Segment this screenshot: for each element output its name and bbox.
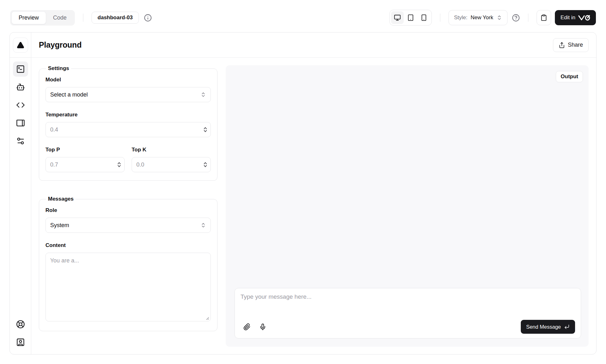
- sidebar-logo-cell: [10, 32, 31, 58]
- settings-legend: Settings: [46, 65, 71, 72]
- settings-sliders-icon: [16, 137, 25, 145]
- temperature-input[interactable]: [45, 122, 211, 137]
- sidebar-item-models[interactable]: [13, 79, 28, 95]
- page-header: Playground Share: [31, 32, 596, 58]
- sidebar-item-playground[interactable]: [13, 62, 28, 77]
- help-circle-icon: [512, 14, 520, 22]
- share-button[interactable]: Share: [553, 38, 589, 52]
- top-k-field: Top K: [132, 147, 211, 172]
- monitor-icon: [394, 14, 401, 21]
- sidebar-bottom-nav: [13, 317, 28, 354]
- messages-fieldset: Messages Role System Content: [39, 196, 217, 331]
- style-select-label: Style:: [454, 15, 467, 21]
- page-content: Settings Model Select a model Temperatur…: [31, 58, 596, 354]
- bot-icon: [16, 83, 25, 91]
- main-area: Playground Share Settings Model Select a…: [31, 32, 596, 354]
- tab-preview[interactable]: Preview: [11, 11, 46, 24]
- tablet-icon: [407, 14, 414, 21]
- square-terminal-icon: [16, 65, 25, 73]
- send-message-button[interactable]: Send Message: [521, 320, 575, 334]
- code-icon: [16, 101, 25, 109]
- sidebar-nav: [13, 58, 28, 317]
- sidebar-item-api[interactable]: [13, 97, 28, 113]
- device-toggle-group: [389, 10, 432, 26]
- sidebar-item-account[interactable]: [13, 335, 28, 350]
- temperature-input-wrap: [45, 122, 211, 137]
- toolbar-separator: [528, 14, 528, 22]
- message-input[interactable]: [241, 293, 575, 318]
- sidebar-item-settings[interactable]: [13, 133, 28, 149]
- settings-fieldset: Settings Model Select a model Temperatur…: [39, 65, 217, 181]
- clipboard-icon: [540, 14, 547, 21]
- preview-code-tab-group: Preview Code: [10, 10, 75, 26]
- chevrons-up-down-icon: [200, 222, 206, 228]
- smartphone-icon: [420, 14, 427, 21]
- top-p-field: Top P: [45, 147, 125, 172]
- edit-in-v0-button[interactable]: Edit in: [555, 10, 596, 25]
- corner-down-left-icon: [564, 324, 570, 330]
- edit-in-v0-label: Edit in: [561, 15, 575, 21]
- device-desktop-button[interactable]: [391, 11, 404, 24]
- device-tablet-button[interactable]: [404, 11, 417, 24]
- resize-grip-icon[interactable]: [205, 316, 209, 320]
- role-select-value: System: [50, 222, 69, 229]
- toolbar-separator: [83, 14, 83, 22]
- content-label: Content: [45, 242, 211, 249]
- device-mobile-button[interactable]: [418, 11, 430, 24]
- sidebar-rail: [10, 32, 31, 354]
- content-textarea-wrap: [45, 253, 211, 323]
- copy-code-button[interactable]: [537, 10, 551, 25]
- top-k-label: Top K: [132, 147, 211, 153]
- info-button[interactable]: [144, 14, 152, 22]
- send-message-label: Send Message: [526, 324, 561, 330]
- sidebar-item-documentation[interactable]: [13, 115, 28, 131]
- share-icon: [559, 42, 565, 48]
- app-logo-button[interactable]: [13, 38, 28, 53]
- top-k-input[interactable]: [132, 157, 211, 172]
- info-icon: [144, 14, 152, 22]
- sidebar-item-help[interactable]: [13, 317, 28, 332]
- chevrons-up-down-icon: [496, 15, 502, 21]
- content-textarea[interactable]: [45, 253, 211, 321]
- style-select[interactable]: Style: New York: [449, 10, 507, 25]
- output-badge: Output: [556, 71, 583, 82]
- life-buoy-icon: [16, 320, 25, 329]
- settings-column: Settings Model Select a model Temperatur…: [39, 65, 217, 347]
- messages-legend: Messages: [46, 196, 75, 202]
- tab-code[interactable]: Code: [46, 12, 74, 24]
- preview-frame: Playground Share Settings Model Select a…: [9, 32, 597, 355]
- model-select-value: Select a model: [50, 91, 88, 98]
- composer-toolbar: Send Message: [241, 320, 575, 334]
- temperature-label: Temperature: [45, 112, 211, 118]
- style-select-value: New York: [471, 15, 493, 21]
- use-microphone-button[interactable]: [256, 320, 269, 333]
- block-name-badge: dashboard-03: [92, 12, 139, 24]
- toolbar-separator: [440, 14, 440, 22]
- attach-file-button[interactable]: [241, 320, 253, 333]
- chevrons-up-down-icon: [200, 92, 206, 97]
- top-p-input[interactable]: [45, 157, 125, 172]
- v0-logo-icon: [578, 15, 590, 21]
- triangle-logo-icon: [17, 41, 24, 49]
- page-title: Playground: [39, 40, 82, 50]
- square-user-icon: [16, 338, 25, 347]
- model-select[interactable]: Select a model: [45, 87, 211, 102]
- share-button-label: Share: [568, 42, 583, 48]
- help-button[interactable]: [512, 14, 520, 22]
- top-toolbar: Preview Code dashboard-03: [0, 0, 606, 32]
- role-select[interactable]: System: [45, 218, 211, 233]
- book-icon: [16, 119, 25, 127]
- model-label: Model: [45, 77, 211, 83]
- mic-icon: [259, 323, 266, 331]
- top-p-label: Top P: [45, 147, 125, 153]
- message-composer: Send Message: [235, 288, 581, 338]
- paperclip-icon: [243, 323, 251, 331]
- output-panel: Output: [226, 65, 589, 347]
- role-label: Role: [45, 207, 211, 214]
